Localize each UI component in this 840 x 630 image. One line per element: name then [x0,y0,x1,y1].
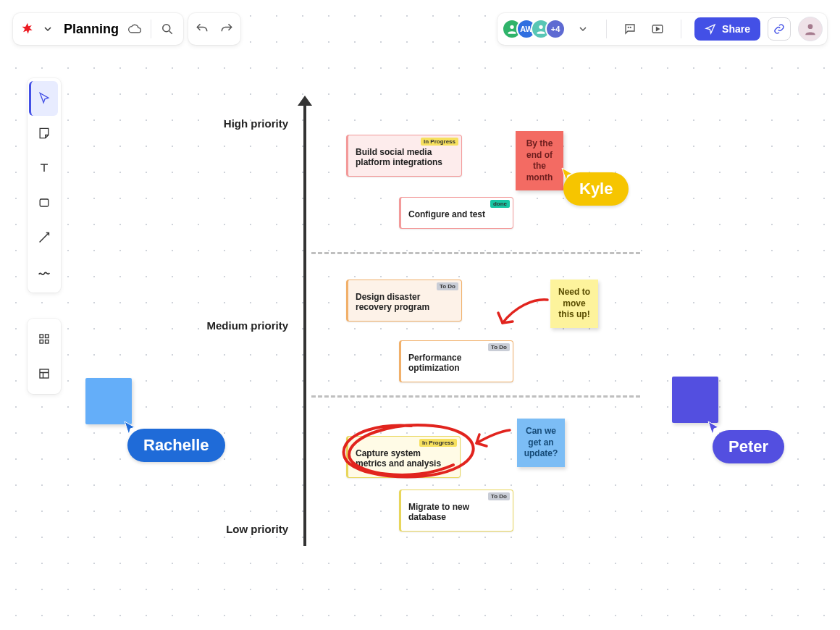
section-divider [311,252,640,254]
task-card-configure[interactable]: doneConfigure and test [399,197,513,229]
task-card-status-tag: To Do [488,343,510,351]
task-card-text: Build social media platform integrations [356,143,454,167]
task-card-migrate[interactable]: To DoMigrate to new database [399,490,513,532]
collaborator-name-pill: Peter [713,430,784,463]
task-card-text: Capture system metrics and analysis [356,444,453,469]
label-medium-priority: Medium priority [187,319,288,332]
priority-axis-arrow-icon [298,96,312,106]
task-card-disaster[interactable]: To DoDesign disaster recovery program [346,280,462,322]
task-card-status-tag: In Progress [419,439,457,447]
task-card-status-tag: done [490,200,510,208]
task-card-social[interactable]: In ProgressBuild social media platform i… [346,135,462,177]
sticky-note-update[interactable]: Can we get an update? [517,419,565,467]
task-card-status-tag: In Progress [421,138,458,146]
section-divider [311,395,640,398]
collaborator-name-pill: Rachelle [127,429,225,462]
sticky-note-month[interactable]: By the end of the month [516,131,563,190]
task-card-status-tag: To Do [437,282,458,290]
task-card-text: Design disaster recovery program [356,287,454,312]
label-low-priority: Low priority [187,523,288,535]
priority-axis [303,101,306,546]
task-card-metrics[interactable]: In ProgressCapture system metrics and an… [346,436,461,478]
task-card-status-tag: To Do [488,492,510,500]
collaborator-selection [672,377,718,423]
label-high-priority: High priority [187,117,288,130]
collaborator-selection [85,378,132,424]
task-card-perf[interactable]: To DoPerformance optimization [399,340,513,382]
annotation-arrow-icon [490,291,555,335]
collaborator-name-pill: Kyle [563,172,629,206]
task-card-text: Migrate to new database [408,497,505,522]
task-card-text: Performance optimization [408,348,505,373]
sticky-note-moveup[interactable]: Need to move this up! [550,280,598,328]
